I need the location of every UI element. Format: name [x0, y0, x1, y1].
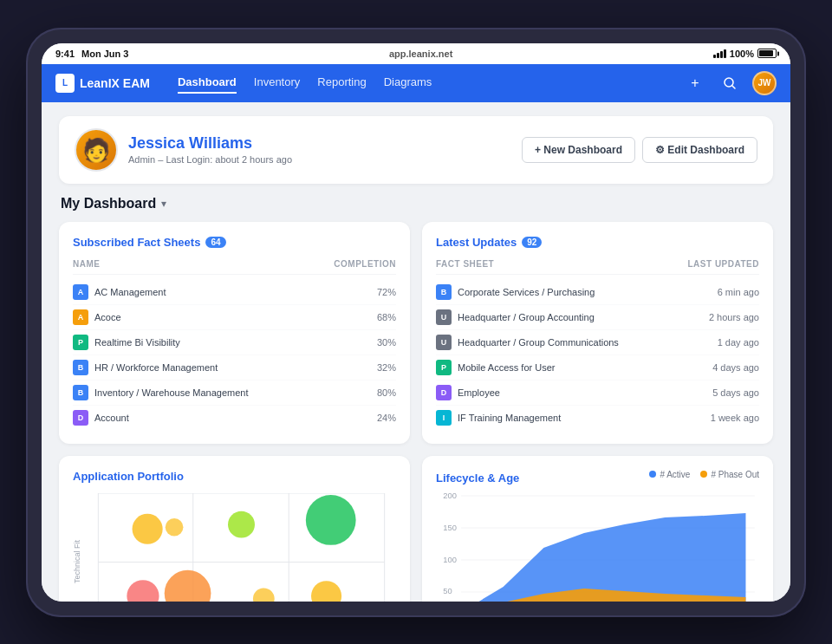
table-row[interactable]: A Acoce 68%	[73, 305, 396, 330]
dashboard-grid: Subscribed Fact Sheets 64 Name Completio…	[59, 222, 773, 602]
row-icon: D	[436, 385, 452, 400]
user-last-login: Last Login: about 2 hours ago	[166, 154, 292, 165]
add-icon[interactable]: +	[683, 71, 707, 95]
main-content: 🧑 Jessica Williams Admin – Last Login: a…	[42, 102, 790, 602]
table-row[interactable]: D Account 24%	[73, 406, 396, 430]
updates-badge: 92	[522, 237, 542, 248]
row-name: Headquarter / Group Accounting	[458, 312, 595, 322]
svg-point-8	[228, 511, 255, 537]
table-row[interactable]: B Inventory / Warehouse Management 80%	[73, 381, 396, 406]
table-row[interactable]: A AC Management 72%	[73, 280, 396, 305]
row-left: B HR / Workforce Management	[73, 360, 218, 375]
application-portfolio-card: Application Portfolio Technical Fit	[59, 456, 410, 602]
svg-point-10	[127, 580, 159, 602]
row-icon: P	[73, 335, 88, 350]
status-bar: 9:41 Mon Jun 3 app.leanix.net 100%	[42, 43, 790, 64]
row-left: U Headquarter / Group Accounting	[436, 309, 595, 325]
fact-sheets-badge: 64	[205, 237, 225, 248]
navbar: L LeanIX EAM Dashboard Inventory Reporti…	[42, 64, 790, 102]
table-row[interactable]: P Realtime Bi Visibility 30%	[73, 330, 396, 355]
svg-point-7	[166, 517, 184, 536]
battery-icon	[757, 49, 777, 58]
user-info: 🧑 Jessica Williams Admin – Last Login: a…	[75, 128, 292, 172]
row-completion: 32%	[377, 362, 396, 373]
svg-point-13	[311, 581, 341, 602]
row-left: D Employee	[436, 385, 500, 400]
tablet-screen: 9:41 Mon Jun 3 app.leanix.net 100%	[42, 43, 790, 602]
status-bar-left: 9:41 Mon Jun 3	[55, 49, 128, 59]
table-row[interactable]: P Mobile Access for User 4 days ago	[436, 355, 759, 381]
row-left: P Realtime Bi Visibility	[73, 335, 180, 350]
dashboard-title-row: My Dashboard ▾	[59, 196, 773, 211]
nav-actions: + JW	[683, 71, 777, 95]
row-updated: 6 min ago	[718, 287, 759, 297]
row-icon: B	[73, 360, 88, 375]
y-axis-label: Technical Fit	[73, 540, 81, 583]
svg-point-9	[306, 495, 356, 545]
col-completion: Completion	[334, 259, 396, 269]
table-row[interactable]: D Employee 5 days ago	[436, 381, 759, 406]
portfolio-svg	[87, 493, 396, 602]
row-completion: 24%	[377, 413, 396, 423]
row-left: B Inventory / Warehouse Management	[73, 385, 249, 400]
legend-phaseout-label: # Phase Out	[711, 470, 759, 479]
table-row[interactable]: B HR / Workforce Management 32%	[73, 355, 396, 381]
table-row[interactable]: I IF Training Management 1 week ago	[436, 406, 759, 430]
edit-dashboard-button[interactable]: ⚙ Edit Dashboard	[642, 137, 757, 163]
updates-table-header: Fact Sheet Last Updated	[436, 259, 759, 275]
table-row[interactable]: B Corporate Services / Purchasing 6 min …	[436, 280, 759, 305]
date: Mon Jun 3	[81, 49, 128, 59]
table-row[interactable]: U Headquarter / Group Communications 1 d…	[436, 330, 759, 355]
user-avatar-nav[interactable]: JW	[752, 71, 777, 95]
svg-point-11	[165, 569, 211, 601]
nav-reporting[interactable]: Reporting	[317, 72, 366, 94]
lifecycle-age-card: Lifecycle & Age # Active # Phase Out	[422, 456, 773, 602]
fact-sheets-title-text: Subscribed Fact Sheets	[73, 236, 200, 249]
svg-text:150: 150	[443, 524, 457, 532]
row-name: Account	[94, 413, 129, 423]
nav-dashboard[interactable]: Dashboard	[178, 72, 237, 94]
updates-title: Latest Updates 92	[436, 236, 759, 249]
row-name: Mobile Access for User	[458, 362, 555, 373]
row-name: Acoce	[94, 312, 121, 322]
row-updated: 2 hours ago	[709, 312, 759, 322]
col-name: Name	[73, 259, 100, 269]
row-name: IF Training Management	[458, 413, 561, 423]
nav-inventory[interactable]: Inventory	[254, 72, 300, 94]
lifecycle-chart: 200 150 100 50 0	[436, 491, 759, 602]
table-row[interactable]: U Headquarter / Group Accounting 2 hours…	[436, 305, 759, 330]
user-details: Jessica Williams Admin – Last Login: abo…	[128, 134, 292, 165]
new-dashboard-button[interactable]: + New Dashboard	[522, 137, 635, 163]
subscribed-fact-sheets-card: Subscribed Fact Sheets 64 Name Completio…	[59, 222, 410, 444]
row-left: U Headquarter / Group Communications	[436, 335, 619, 350]
portfolio-title-text: Application Portfolio	[73, 470, 184, 483]
row-name: AC Management	[94, 287, 166, 297]
row-icon: A	[73, 309, 88, 325]
chevron-down-icon[interactable]: ▾	[161, 198, 166, 210]
nav-diagrams[interactable]: Diagrams	[384, 72, 432, 94]
row-name: Employee	[458, 387, 500, 398]
fact-sheets-table-header: Name Completion	[73, 259, 396, 275]
updates-title-text: Latest Updates	[436, 236, 517, 249]
fact-sheets-rows: A AC Management 72% A Acoce 68% P Realti…	[73, 280, 396, 430]
row-updated: 1 day ago	[718, 337, 759, 348]
portfolio-title: Application Portfolio	[73, 470, 396, 483]
url-bar: app.leanix.net	[389, 49, 452, 59]
lifecycle-legend: # Active # Phase Out	[649, 470, 759, 479]
legend-active: # Active	[649, 470, 690, 479]
search-icon[interactable]	[718, 71, 742, 95]
signal-bar-2	[717, 53, 719, 58]
brand-name: LeanIX EAM	[80, 76, 150, 90]
svg-point-12	[253, 588, 275, 602]
row-name: Headquarter / Group Communications	[458, 337, 619, 348]
row-completion: 68%	[377, 312, 396, 322]
legend-dot-phaseout	[700, 471, 707, 478]
brand-icon: L	[55, 74, 75, 93]
signal-bars	[713, 49, 726, 58]
svg-point-6	[133, 513, 163, 543]
battery-percent: 100%	[730, 49, 754, 59]
lifecycle-title: Lifecycle & Age	[436, 472, 519, 485]
row-icon: U	[436, 335, 452, 350]
dashboard-title: My Dashboard	[61, 196, 156, 211]
row-icon: A	[73, 284, 88, 300]
